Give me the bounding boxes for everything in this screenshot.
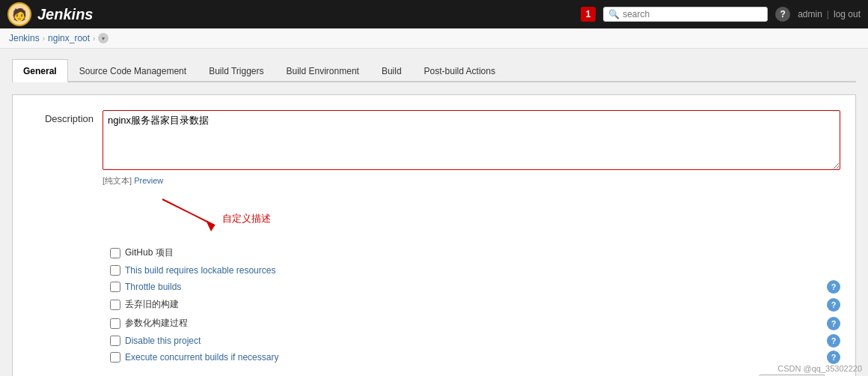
breadcrumb-dropdown-icon[interactable]: ▾	[98, 33, 109, 43]
parameterize-help-icon[interactable]: ?	[827, 317, 840, 330]
header: 🧑 Jenkins 1 🔍 ? admin | log out	[0, 0, 868, 28]
search-box[interactable]: 🔍	[603, 7, 768, 22]
separator: |	[827, 9, 829, 19]
description-label: Description	[28, 110, 103, 124]
app-title: Jenkins	[37, 6, 93, 23]
user-info: admin | log out	[798, 9, 861, 19]
svg-marker-1	[206, 220, 215, 231]
checkbox-disable-label: Disable this project	[125, 336, 201, 346]
checkbox-throttle: Throttle builds ?	[110, 282, 840, 292]
build-badge[interactable]: 1	[581, 7, 596, 22]
annotation-area: 自定义描述	[110, 195, 840, 240]
help-icon[interactable]: ?	[775, 7, 790, 22]
checkbox-parameterize: 参数化构建过程 ?	[110, 317, 840, 330]
tab-general[interactable]: General	[12, 59, 68, 82]
tab-bar: General Source Code Management Build Tri…	[12, 58, 856, 82]
main-content: General Source Code Management Build Tri…	[0, 49, 868, 376]
search-input[interactable]	[623, 9, 762, 19]
logout-link[interactable]: log out	[834, 9, 861, 19]
discard-help-icon[interactable]: ?	[827, 298, 840, 312]
checkbox-concurrent-label: Execute concurrent builds if necessary	[125, 352, 278, 363]
checkbox-throttle-label: Throttle builds	[125, 282, 181, 292]
tab-build-triggers[interactable]: Build Triggers	[198, 59, 275, 82]
checkbox-lockable-input[interactable]	[110, 265, 120, 276]
description-control: nginx服务器家目录数据 [纯文本] Preview	[103, 110, 840, 187]
checkbox-list: GitHub 项目 This build requires lockable r…	[110, 246, 840, 363]
tab-post-build-actions[interactable]: Post-build Actions	[413, 59, 507, 82]
annotation-text: 自定义描述	[222, 212, 271, 225]
breadcrumb-jenkins[interactable]: Jenkins	[9, 33, 40, 43]
checkbox-concurrent-input[interactable]	[110, 352, 120, 363]
checkbox-disable-input[interactable]	[110, 336, 120, 346]
search-icon: 🔍	[608, 9, 620, 19]
preview-link[interactable]: Preview	[134, 176, 163, 185]
breadcrumb-sep-1: ›	[43, 34, 45, 43]
disable-help-icon[interactable]: ?	[827, 334, 840, 348]
jenkins-face-icon: 🧑	[9, 4, 30, 25]
checkbox-disable: Disable this project ?	[110, 336, 840, 346]
user-name-link[interactable]: admin	[798, 9, 822, 19]
breadcrumb-sep-2: ›	[93, 34, 95, 43]
header-logo: 🧑 Jenkins	[7, 2, 93, 26]
checkbox-lockable-label: This build requires lockable resources	[125, 265, 275, 276]
concurrent-help-icon[interactable]: ?	[827, 351, 840, 364]
breadcrumb: Jenkins › nginx_root › ▾	[0, 28, 868, 49]
tab-build-environment[interactable]: Build Environment	[275, 59, 370, 82]
checkbox-discard-label: 丢弃旧的构建	[125, 298, 179, 311]
tab-build[interactable]: Build	[370, 59, 413, 82]
description-row: Description nginx服务器家目录数据 [纯文本] Preview	[28, 110, 840, 187]
checkbox-discard-input[interactable]	[110, 300, 120, 310]
checkbox-concurrent: Execute concurrent builds if necessary ?	[110, 352, 840, 363]
checkbox-github-label: GitHub 项目	[125, 246, 174, 259]
checkbox-parameterize-input[interactable]	[110, 318, 120, 329]
breadcrumb-nginx-root[interactable]: nginx_root	[48, 33, 90, 43]
checkbox-github: GitHub 项目	[110, 246, 840, 259]
form-section: Description nginx服务器家目录数据 [纯文本] Preview …	[12, 94, 856, 376]
tab-source-code-management[interactable]: Source Code Management	[68, 59, 198, 82]
description-textarea[interactable]: nginx服务器家目录数据	[103, 110, 840, 170]
plain-text-label: [纯文本]	[103, 176, 132, 185]
checkbox-lockable: This build requires lockable resources	[110, 265, 840, 276]
checkbox-github-input[interactable]	[110, 248, 120, 258]
jenkins-logo: 🧑	[7, 2, 31, 26]
checkbox-discard: 丢弃旧的构建 ?	[110, 298, 840, 311]
throttle-help-icon[interactable]: ?	[827, 280, 840, 294]
checkbox-throttle-input[interactable]	[110, 282, 120, 292]
footer-watermark: CSDN @qq_35302220	[777, 364, 862, 373]
checkbox-parameterize-label: 参数化构建过程	[125, 317, 188, 330]
text-links: [纯文本] Preview	[103, 175, 840, 187]
